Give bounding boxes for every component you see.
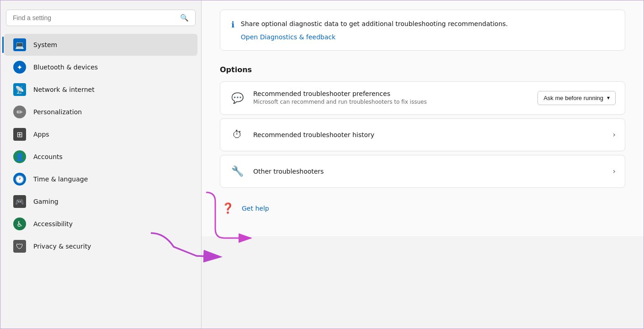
- accessibility-icon: ♿: [13, 218, 26, 230]
- apps-icon: ⊞: [13, 128, 26, 141]
- personalization-icon: ✏️: [13, 106, 26, 118]
- gaming-icon: 🎮: [13, 195, 26, 208]
- recommended-prefs-icon: 💬: [229, 90, 245, 106]
- sidebar-item-bluetooth[interactable]: ✦ Bluetooth & devices: [4, 56, 197, 78]
- system-icon: 💻: [13, 38, 26, 51]
- sidebar-label-gaming: Gaming: [33, 198, 59, 205]
- search-icon: 🔍: [180, 14, 189, 22]
- sidebar-item-system[interactable]: 💻 System: [4, 34, 197, 56]
- info-description: Share optional diagnostic data to get ad…: [241, 19, 614, 29]
- sidebar-item-accounts[interactable]: 👤 Accounts: [4, 146, 197, 168]
- sidebar-label-network: Network & internet: [33, 86, 95, 93]
- chevron-right-icon: ›: [613, 130, 616, 139]
- sidebar-item-accessibility[interactable]: ♿ Accessibility: [4, 213, 197, 235]
- time-icon: 🕐: [13, 173, 26, 186]
- bluetooth-icon: ✦: [13, 61, 26, 74]
- main-wrapper: ℹ️ Share optional diagnostic data to get…: [202, 0, 644, 329]
- sidebar-item-privacy[interactable]: 🛡 Privacy & security: [4, 235, 197, 257]
- sidebar-item-personalization[interactable]: ✏️ Personalization: [4, 101, 197, 123]
- recommended-history-content: Recommended troubleshooter history: [253, 131, 605, 138]
- chevron-down-icon: ▾: [607, 95, 610, 101]
- other-troubleshooters-content: Other troubleshooters: [253, 168, 605, 175]
- dropdown-recommended-prefs[interactable]: Ask me before running ▾: [538, 91, 616, 105]
- recommended-history-icon: ⏱: [229, 127, 245, 143]
- get-help-link[interactable]: Get help: [242, 205, 269, 212]
- sidebar-label-bluetooth: Bluetooth & devices: [33, 64, 98, 71]
- main-content: ℹ️ Share optional diagnostic data to get…: [202, 0, 644, 236]
- privacy-icon: 🛡: [13, 240, 26, 253]
- sidebar-label-privacy: Privacy & security: [33, 243, 91, 250]
- search-input[interactable]: [13, 14, 176, 21]
- sidebar-label-time: Time & language: [33, 175, 88, 183]
- sidebar-item-gaming[interactable]: 🎮 Gaming: [4, 191, 197, 212]
- sidebar-label-apps: Apps: [33, 131, 49, 138]
- recommended-history-title: Recommended troubleshooter history: [253, 131, 605, 138]
- nav-list: 💻 System ✦ Bluetooth & devices 📡 Network…: [0, 33, 201, 258]
- info-icon: ℹ️: [231, 20, 234, 29]
- dropdown-value-recommended-prefs: Ask me before running: [543, 95, 603, 101]
- get-help-icon: ❓: [220, 201, 235, 216]
- sidebar-item-network[interactable]: 📡 Network & internet: [4, 79, 197, 101]
- recommended-prefs-title: Recommended troubleshooter preferences: [253, 90, 529, 97]
- info-text-block: Share optional diagnostic data to get ad…: [241, 19, 614, 41]
- sidebar-label-accounts: Accounts: [33, 153, 63, 160]
- sidebar-label-accessibility: Accessibility: [33, 220, 73, 228]
- sidebar: 🔍 💻 System ✦ Bluetooth & devices 📡 Netwo…: [0, 0, 202, 329]
- recommended-prefs-desc: Microsoft can recommend and run troubles…: [253, 98, 529, 106]
- options-section-title: Options: [220, 65, 625, 74]
- info-banner: ℹ️ Share optional diagnostic data to get…: [220, 10, 625, 51]
- search-box[interactable]: 🔍: [6, 10, 196, 26]
- other-troubleshooters-icon: 🔧: [229, 164, 245, 179]
- recommended-prefs-control: Ask me before running ▾: [538, 91, 616, 105]
- option-card-other-troubleshooters[interactable]: 🔧 Other troubleshooters ›: [220, 155, 625, 188]
- chevron-right-icon: ›: [613, 167, 616, 175]
- other-troubleshooters-title: Other troubleshooters: [253, 168, 605, 175]
- recommended-history-control: ›: [613, 130, 616, 139]
- sidebar-label-system: System: [33, 41, 57, 48]
- open-diagnostics-link[interactable]: Open Diagnostics & feedback: [241, 33, 335, 41]
- sidebar-item-time[interactable]: 🕐 Time & language: [4, 168, 197, 190]
- options-list: 💬 Recommended troubleshooter preferences…: [220, 81, 625, 188]
- sidebar-label-personalization: Personalization: [33, 108, 82, 116]
- network-icon: 📡: [13, 83, 26, 96]
- accounts-icon: 👤: [13, 150, 26, 163]
- other-troubleshooters-control: ›: [613, 167, 616, 175]
- get-help-row: ❓ Get help: [220, 199, 625, 218]
- sidebar-item-apps[interactable]: ⊞ Apps: [4, 123, 197, 145]
- option-card-recommended-history[interactable]: ⏱ Recommended troubleshooter history ›: [220, 118, 625, 151]
- option-card-recommended-prefs[interactable]: 💬 Recommended troubleshooter preferences…: [220, 81, 625, 115]
- recommended-prefs-content: Recommended troubleshooter preferences M…: [253, 90, 529, 106]
